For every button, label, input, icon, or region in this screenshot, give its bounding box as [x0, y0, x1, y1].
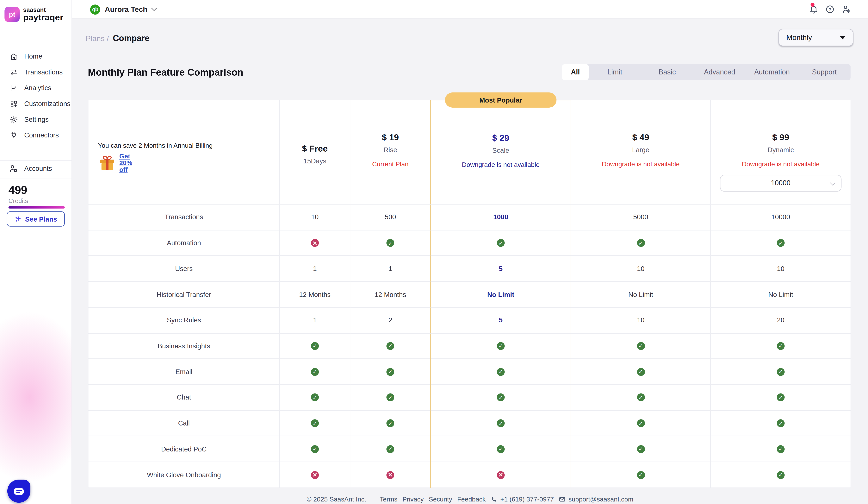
brand-wordmark: saasant paytraqer [23, 7, 63, 22]
see-plans-button[interactable]: See Plans [7, 211, 65, 226]
feature-value-cell: × [350, 462, 430, 488]
plan-header-free: $ Free 15Days [280, 100, 350, 205]
see-plans-label: See Plans [25, 215, 57, 223]
plan-status-note: Downgrade is not available [602, 161, 680, 168]
notifications-button[interactable] [809, 4, 818, 14]
help-button[interactable]: ? [825, 4, 835, 14]
credits-progress-bar [9, 206, 65, 208]
feature-value-cell: ✓ [350, 436, 430, 462]
transaction-volume-dropdown[interactable]: 10000 [720, 175, 841, 192]
plan-header-rise: $ 19 Rise Current Plan [350, 100, 430, 205]
sidebar-item-label: Transactions [24, 68, 63, 76]
tab-all[interactable]: All [562, 64, 589, 80]
chat-widget-button[interactable] [7, 480, 30, 503]
plan-subtitle: Scale [492, 147, 509, 154]
app: pt saasant paytraqer Home Transactions A… [0, 0, 868, 504]
breadcrumb-plans-link[interactable]: Plans / [86, 34, 109, 43]
sidebar-item-transactions[interactable]: Transactions [0, 64, 72, 80]
billing-cycle-dropdown[interactable]: Monthly [778, 29, 854, 46]
check-icon: ✓ [637, 368, 645, 376]
feature-name-cell: Sync Rules [88, 308, 280, 333]
footer-email[interactable]: support@saasant.com [559, 496, 633, 503]
plan-subtitle: Large [632, 146, 649, 154]
feature-value-cell: 10 [711, 256, 851, 282]
feature-value-cell: ✓ [430, 411, 571, 436]
tab-automation[interactable]: Automation [746, 64, 798, 80]
sidebar-item-customizations[interactable]: Customizations [0, 96, 72, 111]
tab-advanced[interactable]: Advanced [693, 64, 746, 80]
notification-dot [810, 3, 814, 7]
footer-link-privacy[interactable]: Privacy [402, 496, 424, 503]
transfer-arrows-icon [10, 68, 18, 77]
feature-value-cell: ✓ [430, 230, 571, 256]
footer-phone[interactable]: +1 (619) 377-0977 [491, 496, 554, 503]
feature-value-cell: ✓ [350, 411, 430, 436]
feature-value-cell: ✓ [571, 436, 711, 462]
check-icon: ✓ [637, 419, 645, 427]
sidebar-divider [0, 179, 72, 179]
chevron-down-icon [830, 180, 836, 186]
feature-value-cell: 10 [571, 256, 711, 282]
grid-plus-icon [10, 99, 18, 108]
feature-value-cell: ✓ [430, 359, 571, 385]
get-discount-label: Get 20% off [119, 153, 136, 173]
feature-value-cell: 1 [280, 308, 350, 333]
footer-email-address: support@saasant.com [568, 496, 633, 503]
feature-value-cell: ✓ [350, 359, 430, 385]
line-chart-icon [10, 84, 18, 92]
feature-value-cell: 10 [571, 308, 711, 333]
check-icon: ✓ [311, 445, 319, 453]
sidebar-item-label: Analytics [24, 84, 51, 92]
footer-link-security[interactable]: Security [429, 496, 452, 503]
user-settings-button[interactable] [841, 4, 851, 14]
feature-value-cell: ✓ [711, 436, 851, 462]
phone-icon [491, 496, 497, 503]
check-icon: ✓ [777, 445, 785, 453]
plan-status-note: Current Plan [372, 161, 409, 168]
check-icon: ✓ [497, 419, 505, 427]
tab-limit[interactable]: Limit [589, 64, 641, 80]
feature-value-cell: ✓ [571, 359, 711, 385]
company-switcher[interactable]: qb Aurora Tech [90, 0, 156, 19]
sidebar-item-analytics[interactable]: Analytics [0, 80, 72, 96]
footer-link-terms[interactable]: Terms [380, 496, 397, 503]
feature-value-cell: ✓ [350, 230, 430, 256]
sidebar-item-label: Connectors [24, 131, 59, 139]
check-icon: ✓ [497, 393, 505, 402]
sidebar-item-settings[interactable]: Settings [0, 112, 72, 127]
feature-value-cell: 1 [280, 256, 350, 282]
cross-icon: × [311, 471, 319, 479]
feature-value-cell: 10000 [711, 204, 851, 230]
plan-price: $ Free [302, 144, 328, 154]
footer: © 2025 SaasAnt Inc. Terms Privacy Securi… [72, 496, 868, 503]
page-title: Monthly Plan Feature Comparison [88, 67, 243, 78]
feature-value-cell: 500 [350, 204, 430, 230]
feature-name-cell: Dedicated PoC [88, 436, 280, 462]
sidebar-item-connectors[interactable]: Connectors [0, 127, 72, 143]
credits-value: 499 [9, 184, 27, 197]
annual-promo-cell: You can save 2 Months in Annual Billing … [88, 100, 280, 205]
brand-monogram-icon: pt [4, 7, 20, 22]
plug-icon [10, 131, 18, 140]
feature-value-cell: ✓ [430, 385, 571, 411]
caret-down-icon [840, 36, 846, 39]
footer-link-feedback[interactable]: Feedback [457, 496, 486, 503]
feature-value-cell: ✓ [350, 385, 430, 411]
feature-name-cell: Call [88, 411, 280, 436]
user-gear-icon [9, 164, 18, 173]
plan-price: $ 49 [632, 132, 649, 142]
get-discount-link[interactable]: Get 20% off [98, 153, 136, 173]
check-icon: ✓ [311, 368, 319, 376]
promo-text: You can save 2 Months in Annual Billing [98, 142, 213, 149]
tab-support[interactable]: Support [798, 64, 850, 80]
check-icon: ✓ [386, 239, 394, 247]
tab-basic[interactable]: Basic [641, 64, 693, 80]
feature-value-cell: ✓ [571, 230, 711, 256]
feature-value-cell: 5000 [571, 204, 711, 230]
sidebar-item-accounts[interactable]: Accounts [0, 161, 72, 177]
sidebar-item-home[interactable]: Home [0, 49, 72, 64]
copyright-text: © 2025 SaasAnt Inc. [307, 496, 366, 503]
plan-status-note: Downgrade is not available [462, 161, 540, 168]
footer-phone-number: +1 (619) 377-0977 [500, 496, 554, 503]
check-icon: ✓ [311, 419, 319, 427]
